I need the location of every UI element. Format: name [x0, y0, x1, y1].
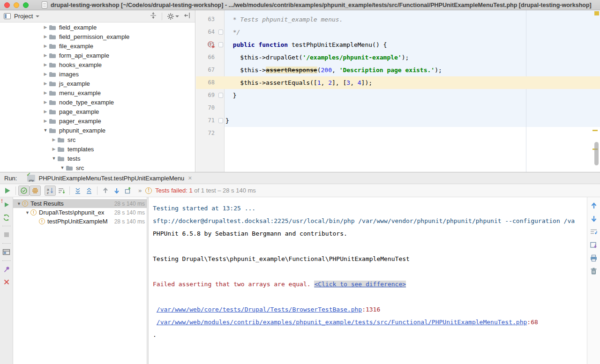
- tree-item-src[interactable]: ▼src: [0, 163, 195, 172]
- tree-item-hooks_example[interactable]: ▶hooks_example: [0, 60, 195, 69]
- show-ignored-button[interactable]: [30, 186, 41, 196]
- console-link[interactable]: /var/www/web/modules/contrib/examples/ph…: [157, 319, 527, 326]
- console-link[interactable]: <Click to see difference>: [314, 281, 406, 288]
- chevron-down-icon[interactable]: [36, 15, 39, 17]
- tree-item-form_api_example[interactable]: ▶form_api_example: [0, 51, 195, 60]
- test-warning-icon: !: [22, 201, 28, 207]
- line-number: 63: [196, 13, 215, 26]
- rerun-button[interactable]: [2, 213, 11, 222]
- stop-button[interactable]: [2, 230, 11, 239]
- console-line: .: [153, 328, 587, 341]
- fold-marker[interactable]: [218, 118, 223, 123]
- fold-marker[interactable]: [218, 30, 223, 35]
- project-panel: Project ▶field_example▶field_permission_…: [0, 10, 195, 172]
- code-text: }: [225, 89, 236, 102]
- restore-layout-button[interactable]: [2, 247, 11, 257]
- editor-line-63[interactable]: 63 * Tests phpunit_example menus.: [196, 13, 600, 26]
- line-number: 66: [196, 51, 215, 64]
- editor-line-68[interactable]: 68 $this->assertEquals([1, 2], [3, 4]);: [196, 76, 600, 89]
- next-failed-test-button[interactable]: [111, 186, 122, 196]
- test-console-output[interactable]: Testing started at 13:25 ...sftp://docke…: [149, 197, 587, 364]
- run-tab[interactable]: PHPUnitExampleMenuTest.testPhpUnitExampl…: [38, 175, 184, 182]
- project-tree: ▶field_example▶field_permission_example▶…: [0, 22, 195, 172]
- console-line: /var/www/web/modules/contrib/examples/ph…: [153, 316, 587, 328]
- editor-scrollbar[interactable]: [594, 142, 599, 165]
- print-icon[interactable]: [589, 253, 599, 263]
- next-occurrence-icon[interactable]: [589, 214, 599, 223]
- export-test-results-button[interactable]: [122, 186, 134, 196]
- code-editor[interactable]: 63 * Tests phpunit_example menus.64 */65…: [196, 10, 600, 172]
- toolbar-overflow-chevrons[interactable]: »: [138, 187, 142, 194]
- editor-line-65[interactable]: 65! public function testPhpUnitExampleMe…: [196, 38, 600, 51]
- collapse-all-icon[interactable]: [150, 12, 157, 21]
- hide-panel-icon[interactable]: [184, 12, 191, 21]
- clear-console-icon[interactable]: [589, 267, 599, 276]
- soft-wrap-icon[interactable]: [589, 227, 599, 237]
- pin-icon[interactable]: [2, 265, 11, 274]
- previous-occurrence-icon[interactable]: [589, 201, 599, 210]
- sort-by-duration-button[interactable]: [56, 186, 67, 196]
- tree-item-field_permission_example[interactable]: ▶field_permission_example: [0, 32, 195, 41]
- run-tab-bar: Run: php ✓ PHPUnitExampleMenuTest.testPh…: [0, 172, 600, 184]
- test-warning-icon: !: [30, 209, 37, 215]
- editor-line-64[interactable]: 64 */: [196, 26, 600, 38]
- tree-item-menu_example[interactable]: ▶menu_example: [0, 88, 195, 97]
- run-label: Run:: [4, 175, 17, 182]
- tree-item-phpunit_example[interactable]: ▼phpunit_example: [0, 126, 195, 135]
- divider: [15, 186, 16, 195]
- tree-item-templates[interactable]: ▶templates: [0, 144, 195, 154]
- tree-item-pager_example[interactable]: ▶pager_example: [0, 116, 195, 126]
- minimize-window-button[interactable]: [14, 2, 19, 8]
- line-number: 67: [196, 64, 215, 76]
- warning-stripe-mark[interactable]: [592, 130, 598, 131]
- open-results-icon[interactable]: [589, 240, 599, 250]
- gear-icon[interactable]: [167, 13, 179, 20]
- tree-item-page_example[interactable]: ▶page_example: [0, 107, 195, 116]
- line-number: 71: [196, 114, 215, 127]
- tree-item-js_example[interactable]: ▶js_example: [0, 79, 195, 88]
- expand-all-button[interactable]: [72, 186, 83, 196]
- test-tree-row[interactable]: ▼!Drupal\Tests\phpunit_ex28 s 140 ms: [13, 208, 147, 217]
- document-icon: [42, 1, 47, 8]
- error-stripe-indicator[interactable]: [594, 11, 599, 15]
- zoom-window-button[interactable]: [23, 2, 29, 8]
- rerun-failed-tests-button[interactable]: !: [2, 200, 11, 209]
- project-panel-title: Project: [14, 13, 33, 20]
- tree-item-images[interactable]: ▶images: [0, 69, 195, 79]
- failed-badge-icon: !: [1, 199, 3, 204]
- collapse-all-button[interactable]: [83, 186, 95, 196]
- editor-line-70[interactable]: 70: [196, 102, 600, 114]
- console-link[interactable]: /var/www/web/core/tests/Drupal/Tests/Bro…: [157, 306, 362, 313]
- close-window-button[interactable]: [4, 2, 10, 8]
- editor-line-69[interactable]: 69 }: [196, 89, 600, 102]
- tree-item-field_example[interactable]: ▶field_example: [0, 22, 195, 32]
- tree-item-node_type_example[interactable]: ▶node_type_example: [0, 97, 195, 107]
- editor-line-67[interactable]: 67 $this->assertResponse(200, 'Descripti…: [196, 64, 600, 76]
- hide-passed-button[interactable]: [18, 186, 30, 196]
- editor-line-66[interactable]: 66 $this->drupalGet('/examples/phpunit-e…: [196, 51, 600, 64]
- tree-item-file_example[interactable]: ▶file_example: [0, 41, 195, 51]
- previous-failed-test-button[interactable]: [100, 186, 111, 196]
- run-tool-window: Run: php ✓ PHPUnitExampleMenuTest.testPh…: [0, 172, 600, 364]
- code-text: $this->assertEquals([1, 2], [3, 4]);: [225, 76, 372, 89]
- tests-status-detail: of 1 test – 28 s 140 ms: [193, 187, 256, 194]
- code-text: public function testPhpUnitExampleMenu()…: [225, 38, 387, 51]
- editor-line-72[interactable]: 72: [196, 127, 600, 140]
- tree-item-tests[interactable]: ▼tests: [0, 154, 195, 163]
- test-tree-row[interactable]: !testPhpUnitExampleM28 s 140 ms: [13, 217, 147, 226]
- failed-test-icon[interactable]: !: [208, 41, 214, 47]
- code-text: }: [225, 114, 229, 127]
- sort-alphabetically-button[interactable]: az: [45, 186, 56, 196]
- test-duration: 28 s 140 ms: [114, 209, 145, 216]
- editor-line-71[interactable]: 71}: [196, 114, 600, 127]
- test-tree-row[interactable]: ▼!Test Results28 s 140 ms: [13, 199, 147, 208]
- divider: [2, 260, 11, 261]
- tree-item-src[interactable]: ▶src: [0, 135, 195, 144]
- fold-marker[interactable]: [218, 93, 223, 98]
- rerun-button[interactable]: [2, 186, 13, 196]
- fold-marker[interactable]: [218, 42, 223, 47]
- code-text: $this->assertResponse(200, 'Description …: [225, 64, 442, 76]
- close-button[interactable]: [2, 277, 11, 287]
- console-line: [153, 265, 587, 278]
- close-tab-icon[interactable]: ×: [188, 175, 192, 181]
